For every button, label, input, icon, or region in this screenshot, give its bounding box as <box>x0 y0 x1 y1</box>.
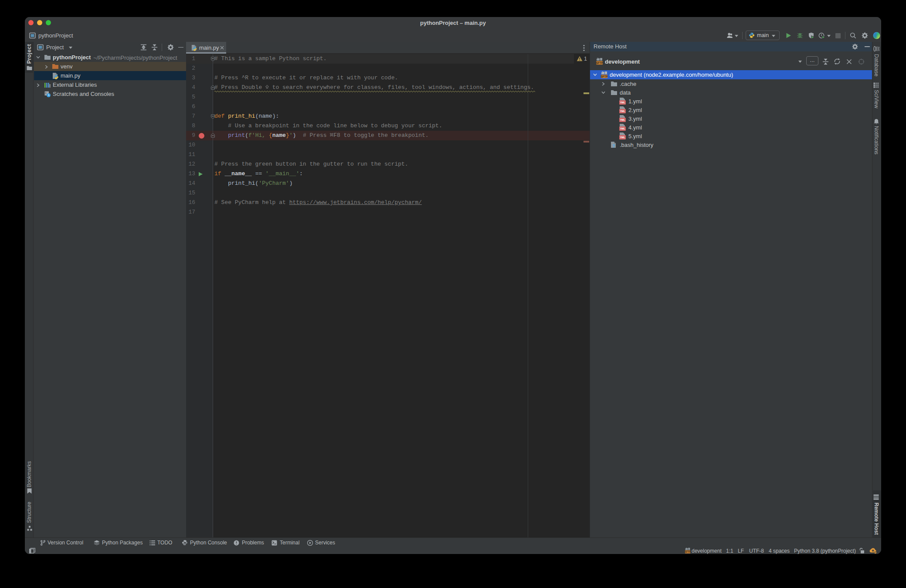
svg-text:?: ? <box>612 144 615 149</box>
svg-text:SFTP: SFTP <box>685 551 691 553</box>
svg-text:SFTP: SFTP <box>601 75 608 78</box>
svg-text:SFTP: SFTP <box>596 61 603 65</box>
